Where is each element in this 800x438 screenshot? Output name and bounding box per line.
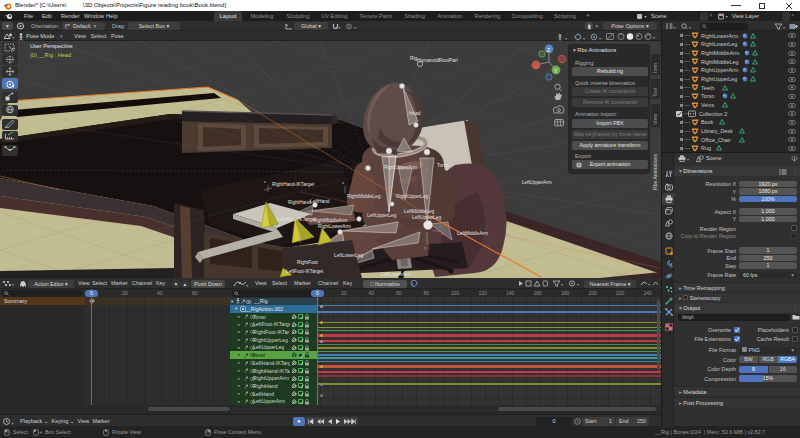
svg-text:Y: Y (424, 246, 427, 251)
svg-text:LeftMiddleArm: LeftMiddleArm (457, 231, 488, 236)
svg-text:LeftFoot-IKTarget: LeftFoot-IKTarget (286, 269, 324, 274)
svg-text:LeftMiddleLeg: LeftMiddleLeg (404, 209, 434, 214)
svg-text:RightUpperLeg: RightUpperLeg (396, 194, 429, 199)
svg-text:▾: ▾ (653, 35, 655, 40)
svg-text:Z: Z (547, 47, 550, 53)
svg-text:▾: ▾ (12, 35, 14, 40)
svg-text:▾: ▾ (648, 282, 650, 287)
svg-text:▾: ▾ (354, 25, 356, 30)
svg-text:▾: ▾ (339, 25, 341, 30)
svg-text:!: ! (536, 281, 537, 286)
svg-text:▾: ▾ (687, 157, 689, 162)
svg-text:▾: ▾ (565, 35, 567, 40)
svg-text:▾: ▾ (674, 25, 676, 30)
svg-text:▾: ▾ (246, 283, 248, 288)
svg-text:z: z (342, 180, 344, 185)
svg-text:RightFoot: RightFoot (297, 260, 318, 265)
svg-text:LeftUpperArm: LeftUpperArm (522, 180, 552, 185)
svg-text:RightMiddleArm: RightMiddleArm (313, 218, 347, 223)
svg-text:RightUpperArm: RightUpperArm (384, 165, 417, 170)
svg-text:HumanoidRootPart: HumanoidRootPart (417, 58, 458, 63)
svg-text:RightMiddleLeg: RightMiddleLeg (347, 194, 381, 199)
svg-text:Head: Head (409, 111, 421, 116)
svg-text:z: z (264, 179, 266, 184)
svg-text:X: X (441, 231, 444, 236)
svg-text:RightHand-IKTarget: RightHand-IKTarget (272, 182, 315, 187)
svg-text:▾: ▾ (12, 420, 14, 425)
svg-text:▾: ▾ (583, 35, 585, 40)
svg-text:Torso: Torso (437, 163, 449, 168)
svg-text:LeftUpperLeg: LeftUpperLeg (367, 213, 396, 218)
svg-text:▾: ▾ (599, 35, 601, 40)
svg-text:▾: ▾ (689, 25, 691, 30)
svg-text:LeftLowerArm: LeftLowerArm (381, 272, 411, 277)
svg-text:▾: ▾ (783, 25, 785, 30)
svg-text:RightHand: RightHand (288, 200, 311, 205)
svg-text:LeftLowerLeg: LeftLowerLeg (334, 253, 363, 258)
svg-text:LeftHand: LeftHand (310, 199, 330, 204)
svg-text:LeftUpperLeg: LeftUpperLeg (412, 215, 441, 220)
svg-text:▾: ▾ (12, 282, 14, 287)
svg-text:RightLowerArm: RightLowerArm (318, 224, 351, 229)
svg-text:▾: ▾ (561, 282, 563, 287)
svg-text:▾: ▾ (577, 282, 579, 287)
svg-text:LeftHand-IKTarget: LeftHand-IKTarget (277, 217, 317, 222)
